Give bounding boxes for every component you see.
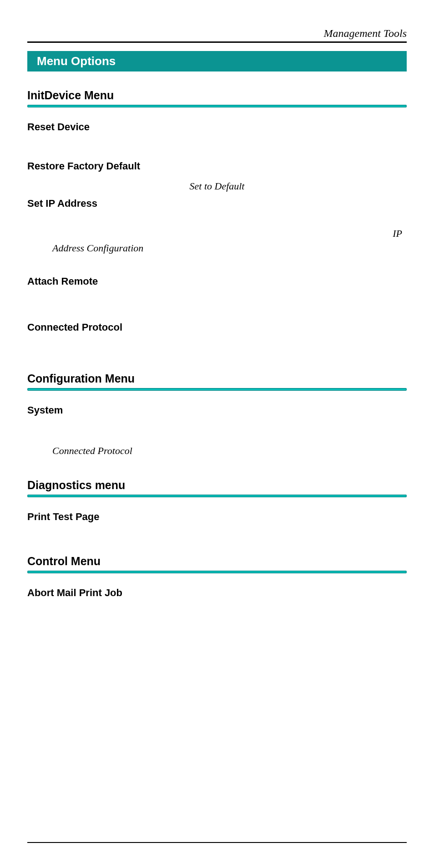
item-title: Reset Device bbox=[27, 121, 407, 133]
item-title: System bbox=[27, 404, 407, 416]
section-title: Configuration Menu bbox=[27, 372, 407, 385]
page-header: Management Tools bbox=[27, 27, 407, 43]
section-configuration: Configuration Menu System Connected Prot… bbox=[27, 372, 407, 458]
note-ip: IP bbox=[393, 228, 402, 240]
banner-menu-options: Menu Options bbox=[27, 51, 407, 71]
section-rule bbox=[27, 105, 407, 107]
footer-rule bbox=[27, 842, 407, 843]
item-title: Print Test Page bbox=[27, 511, 407, 523]
item-restore-factory-default: Restore Factory Default Set to Default bbox=[27, 160, 407, 192]
section-initdevice: InitDevice Menu Reset Device Restore Fac… bbox=[27, 89, 407, 333]
item-title: Restore Factory Default bbox=[27, 160, 407, 172]
item-reset-device: Reset Device bbox=[27, 121, 407, 133]
section-title: Control Menu bbox=[27, 555, 407, 568]
item-system: System Connected Protocol bbox=[27, 404, 407, 458]
section-rule bbox=[27, 495, 407, 497]
page: Management Tools Menu Options InitDevice… bbox=[0, 0, 434, 868]
note-connected-protocol: Connected Protocol bbox=[52, 444, 407, 458]
section-rule bbox=[27, 571, 407, 573]
section-diagnostics: Diagnostics menu Print Test Page bbox=[27, 479, 407, 523]
section-control: Control Menu Abort Mail Print Job bbox=[27, 555, 407, 599]
item-title: Attach Remote bbox=[27, 276, 407, 287]
banner-spacer bbox=[32, 56, 33, 66]
item-set-ip-address: Set IP Address IP Address Configuration bbox=[27, 198, 407, 260]
item-connected-protocol: Connected Protocol bbox=[27, 322, 407, 333]
item-print-test-page: Print Test Page bbox=[27, 511, 407, 523]
item-abort-mail-print-job: Abort Mail Print Job bbox=[27, 587, 407, 599]
section-title: InitDevice Menu bbox=[27, 89, 407, 102]
banner-text: Menu Options bbox=[37, 54, 116, 68]
note-set-to-default: Set to Default bbox=[27, 180, 407, 192]
section-title: Diagnostics menu bbox=[27, 479, 407, 492]
item-title: Abort Mail Print Job bbox=[27, 587, 407, 599]
item-attach-remote: Attach Remote bbox=[27, 276, 407, 287]
note-address-configuration: Address Configuration bbox=[52, 242, 143, 254]
ip-address-note: IP Address Configuration bbox=[27, 228, 407, 260]
item-title: Connected Protocol bbox=[27, 322, 407, 333]
item-title: Set IP Address bbox=[27, 198, 407, 209]
section-rule bbox=[27, 388, 407, 391]
